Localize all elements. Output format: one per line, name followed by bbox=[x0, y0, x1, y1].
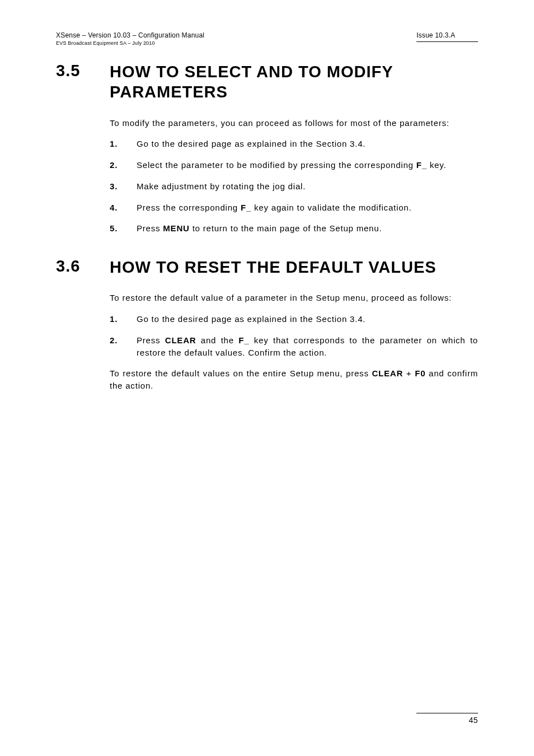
list-number: 2. bbox=[110, 334, 137, 359]
page-number: 45 bbox=[416, 716, 478, 725]
page: XSense – Version 10.03 – Configuration M… bbox=[0, 0, 534, 756]
list-text: Press CLEAR and the F_ key that correspo… bbox=[137, 334, 478, 359]
page-header: XSense – Version 10.03 – Configuration M… bbox=[56, 31, 478, 46]
header-issue: Issue 10.3.A bbox=[416, 31, 478, 39]
list-item: 1. Go to the desired page as explained i… bbox=[110, 138, 478, 150]
list-item: 2. Press CLEAR and the F_ key that corre… bbox=[110, 334, 478, 359]
list-number: 5. bbox=[110, 222, 137, 235]
section-3-6-heading: 3.6 HOW TO RESET THE DEFAULT VALUES bbox=[56, 257, 478, 277]
page-footer: 45 bbox=[416, 713, 478, 725]
section-3-5-title: HOW TO SELECT AND TO MODIFY PARAMETERS bbox=[110, 62, 478, 102]
section-3-6-number: 3.6 bbox=[56, 257, 110, 276]
list-number: 3. bbox=[110, 180, 137, 193]
header-right: Issue 10.3.A bbox=[416, 31, 478, 42]
section-3-6-body: To restore the default value of a parame… bbox=[110, 292, 478, 392]
key-clear: CLEAR bbox=[165, 335, 196, 345]
list-text: Press MENU to return to the main page of… bbox=[137, 222, 478, 235]
list-item: 1. Go to the desired page as explained i… bbox=[110, 313, 478, 325]
list-text: Go to the desired page as explained in t… bbox=[137, 138, 478, 150]
list-item: 3. Make adjustment by rotating the jog d… bbox=[110, 180, 478, 193]
section-3-5-intro: To modify the parameters, you can procee… bbox=[110, 117, 478, 129]
footer-rule bbox=[416, 713, 478, 713]
key-menu: MENU bbox=[163, 223, 189, 233]
list-number: 2. bbox=[110, 159, 137, 171]
list-item: 5. Press MENU to return to the main page… bbox=[110, 222, 478, 235]
list-number: 4. bbox=[110, 202, 137, 214]
section-3-6: 3.6 HOW TO RESET THE DEFAULT VALUES To r… bbox=[56, 257, 478, 392]
header-left: XSense – Version 10.03 – Configuration M… bbox=[56, 31, 204, 46]
section-3-5-heading: 3.5 HOW TO SELECT AND TO MODIFY PARAMETE… bbox=[56, 62, 478, 102]
list-text: Make adjustment by rotating the jog dial… bbox=[137, 180, 478, 193]
key-clear: CLEAR bbox=[372, 368, 403, 378]
section-3-6-outro: To restore the default values on the ent… bbox=[110, 367, 478, 392]
header-doc-title: XSense – Version 10.03 – Configuration M… bbox=[56, 31, 204, 39]
header-company: EVS Broadcast Equipment SA – July 2010 bbox=[56, 40, 204, 46]
section-3-5-number: 3.5 bbox=[56, 62, 110, 80]
section-3-6-title: HOW TO RESET THE DEFAULT VALUES bbox=[110, 257, 437, 277]
key-f0: F0 bbox=[415, 368, 425, 378]
list-number: 1. bbox=[110, 138, 137, 150]
header-rule bbox=[416, 41, 478, 42]
key-f: F_ bbox=[416, 160, 427, 170]
list-number: 1. bbox=[110, 313, 137, 325]
section-3-6-intro: To restore the default value of a parame… bbox=[110, 292, 478, 304]
section-3-5-body: To modify the parameters, you can procee… bbox=[110, 117, 478, 235]
list-item: 2. Select the parameter to be modified b… bbox=[110, 159, 478, 171]
key-f: F_ bbox=[238, 335, 249, 345]
list-text: Press the corresponding F_ key again to … bbox=[137, 202, 478, 214]
list-item: 4. Press the corresponding F_ key again … bbox=[110, 202, 478, 214]
list-text: Go to the desired page as explained in t… bbox=[137, 313, 478, 325]
section-3-5: 3.5 HOW TO SELECT AND TO MODIFY PARAMETE… bbox=[56, 62, 478, 235]
key-f: F_ bbox=[241, 203, 251, 212]
list-text: Select the parameter to be modified by p… bbox=[137, 159, 478, 171]
